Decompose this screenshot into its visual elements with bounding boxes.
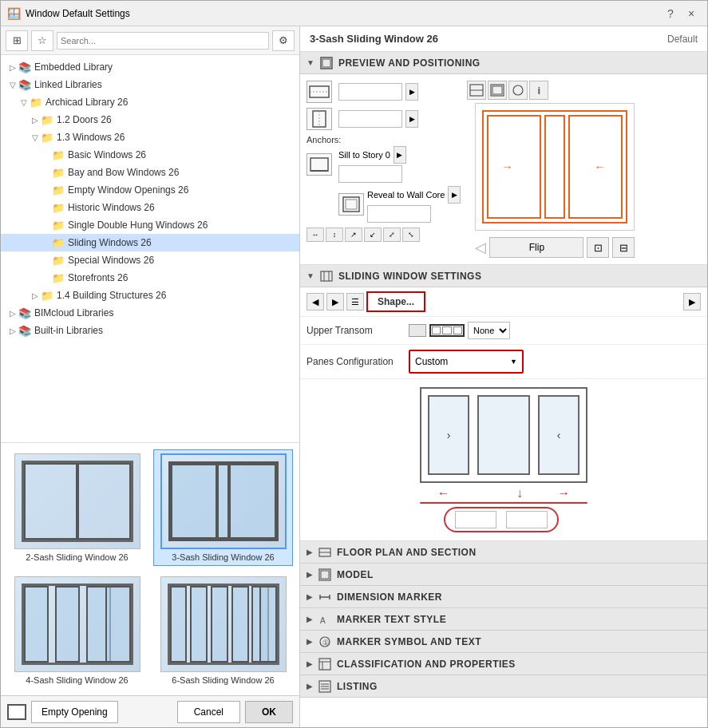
- panes-config-select[interactable]: Custom Equal: [410, 351, 522, 372]
- transform-btn-5[interactable]: ⤢: [383, 228, 401, 242]
- thumbnail-grid: 2-Sash Sliding Window 26 3-Sash Sliding …: [1, 442, 299, 695]
- panel-header: 3-Sash Sliding Window 26 Default: [300, 26, 707, 52]
- close-button[interactable]: ×: [682, 4, 701, 23]
- transform-btn-4[interactable]: ↙: [364, 228, 382, 242]
- marker-symbol-icon: ①: [318, 635, 332, 649]
- favorites-button[interactable]: ☆: [31, 30, 53, 51]
- collapse-arrow: ▷: [7, 309, 18, 318]
- pane-right-arrow: ‹: [557, 429, 561, 441]
- flip-left-arrow[interactable]: ◁: [475, 239, 486, 256]
- tree-item-archicad[interactable]: ▽ 📁 Archicad Library 26: [1, 93, 299, 111]
- section-dimension[interactable]: ▶ DIMENSION MARKER: [300, 586, 707, 608]
- title-bar-title: Window Default Settings: [26, 8, 661, 19]
- tree-item-single[interactable]: ▷ 📁 Single Double Hung Windows 26: [1, 216, 299, 234]
- panes-diagram: › ‹: [420, 387, 587, 483]
- reveal-arrow[interactable]: ▶: [448, 186, 461, 204]
- height-input[interactable]: 1500: [338, 110, 402, 128]
- ok-button[interactable]: OK: [245, 701, 293, 723]
- tree-item-bimcloud[interactable]: ▷ 📚 BIMcloud Libraries: [1, 304, 299, 322]
- thumb-2sash[interactable]: 2-Sash Sliding Window 26: [7, 449, 147, 566]
- tree-item-bay[interactable]: ▷ 📁 Bay and Bow Windows 26: [1, 164, 299, 181]
- height-arrow-button[interactable]: ▶: [405, 110, 418, 128]
- library-settings-button[interactable]: ⚙: [272, 30, 295, 51]
- transom-none-select[interactable]: None: [468, 322, 510, 339]
- tree-item-windows[interactable]: ▽ 📁 1.3 Windows 26: [1, 129, 299, 146]
- view-tool-3[interactable]: [508, 81, 528, 100]
- empty-opening-button[interactable]: Empty Opening: [31, 701, 118, 723]
- bottom-bar: Empty Opening Cancel OK: [1, 695, 299, 727]
- tree-item-building[interactable]: ▷ 📁 1.4 Building Structures 26: [1, 287, 299, 304]
- section-floor-plan[interactable]: ▶ FLOOR PLAN AND SECTION: [300, 541, 707, 564]
- collapse-arrow: ▷: [7, 63, 18, 72]
- section-marker-text[interactable]: ▶ A MARKER TEXT STYLE: [300, 608, 707, 631]
- tree-item-historic[interactable]: ▷ 📁 Historic Windows 26: [1, 199, 299, 216]
- section-model[interactable]: ▶ MODEL: [300, 564, 707, 586]
- thumb-6sash[interactable]: 6-Sash Sliding Window 26: [153, 572, 293, 689]
- sill-story-arrow[interactable]: ▶: [394, 146, 406, 164]
- dimension-icon: [318, 590, 332, 604]
- width-input-group: 2150 ▶: [338, 83, 418, 101]
- tree-item-sliding[interactable]: ▷ 📁 Sliding Windows 26: [1, 234, 299, 251]
- cancel-button[interactable]: Cancel: [177, 701, 240, 723]
- slide-prev-btn[interactable]: ◀: [307, 293, 324, 311]
- mirror-button-h[interactable]: ⊡: [587, 237, 609, 258]
- section-sliding-header[interactable]: ▼ SLIDING WINDOW SETTINGS: [300, 265, 707, 287]
- mirror-button-v[interactable]: ⊟: [612, 237, 635, 258]
- transform-btn-6[interactable]: ⤡: [402, 228, 420, 242]
- transom-option-1[interactable]: [409, 324, 426, 337]
- section-listing[interactable]: ▶ LISTING: [300, 675, 707, 698]
- section-classification[interactable]: ▶ CLASSIFICATION AND PROPERTIES: [300, 653, 707, 675]
- view-tool-info[interactable]: i: [529, 81, 548, 100]
- dim2-input[interactable]: 950: [506, 511, 548, 528]
- section-preview-header[interactable]: ▼ PREVIEW AND POSITIONING: [300, 52, 707, 74]
- tree-item-empty-opening[interactable]: ▷ 📁 Empty Window Openings 26: [1, 181, 299, 199]
- tree-item-linked[interactable]: ▽ 📚 Linked Libraries: [1, 76, 299, 93]
- section-preview: ▼ PREVIEW AND POSITIONING: [300, 52, 707, 265]
- section-expand-arrow: ▼: [307, 58, 314, 67]
- classification-icon: [318, 657, 332, 671]
- thumb-4sash[interactable]: 4-Sash Sliding Window 26: [7, 572, 147, 689]
- flip-button[interactable]: Flip: [489, 237, 583, 258]
- dim1-input[interactable]: 600: [455, 511, 496, 528]
- tree-item-embedded[interactable]: ▷ 📚 Embedded Library: [1, 58, 299, 76]
- tree-item-special[interactable]: ▷ 📁 Special Windows 26: [1, 251, 299, 269]
- section-marker-symbol-label: MARKER SYMBOL AND TEXT: [337, 636, 481, 647]
- slide-end-btn[interactable]: ▶: [683, 293, 701, 311]
- tree-item-doors[interactable]: ▷ 📁 1.2 Doors 26: [1, 111, 299, 129]
- window-pane-mid: [544, 115, 565, 219]
- svg-point-14: [513, 85, 523, 95]
- pane-left-arrow: ›: [447, 429, 451, 441]
- width-input[interactable]: 2150: [338, 83, 402, 101]
- home-button[interactable]: ⊞: [6, 30, 28, 51]
- transform-btn-1[interactable]: ↔: [307, 228, 324, 242]
- view-tool-2[interactable]: [488, 81, 507, 100]
- preview-drawing-area: i → ←: [467, 81, 643, 258]
- panel-default-label: Default: [667, 34, 698, 45]
- thumb-3sash[interactable]: 3-Sash Sliding Window 26: [153, 449, 293, 566]
- transform-btn-2[interactable]: ↕: [326, 228, 343, 242]
- sill-value-input[interactable]: 900: [338, 165, 402, 183]
- window-pane-left: →: [487, 115, 541, 219]
- section-marker-symbol[interactable]: ▶ ① MARKER SYMBOL AND TEXT: [300, 631, 707, 653]
- width-arrow-button[interactable]: ▶: [405, 83, 418, 101]
- tree-item-basic[interactable]: ▷ 📁 Basic Windows 26: [1, 146, 299, 164]
- search-input[interactable]: [57, 32, 269, 49]
- help-button[interactable]: ?: [661, 4, 680, 23]
- tree-item-builtin[interactable]: ▷ 📚 Built-in Libraries: [1, 322, 299, 339]
- transform-btn-3[interactable]: ↗: [345, 228, 362, 242]
- panes-config-dropdown-wrapper: Custom Equal ▼: [409, 350, 524, 374]
- svg-rect-6: [310, 158, 328, 171]
- marker-text-arrow: ▶: [307, 615, 313, 623]
- view-tool-1[interactable]: [467, 81, 486, 100]
- preview-controls: 2150 ▶ 1500 ▶: [307, 81, 461, 258]
- model-arrow: ▶: [307, 570, 313, 579]
- slide-list-btn[interactable]: ☰: [346, 293, 364, 311]
- tree-item-storefronts[interactable]: ▷ 📁 Storefronts 26: [1, 269, 299, 287]
- section-preview-label: PREVIEW AND POSITIONING: [338, 57, 481, 69]
- reveal-input[interactable]: 0: [367, 205, 431, 223]
- library-toolbar: ⊞ ☆ ⚙: [1, 26, 299, 55]
- shape-button[interactable]: Shape...: [366, 291, 425, 312]
- slide-next-btn[interactable]: ▶: [326, 293, 344, 311]
- transom-option-2[interactable]: [429, 324, 465, 337]
- window-pane-right: ←: [568, 115, 623, 219]
